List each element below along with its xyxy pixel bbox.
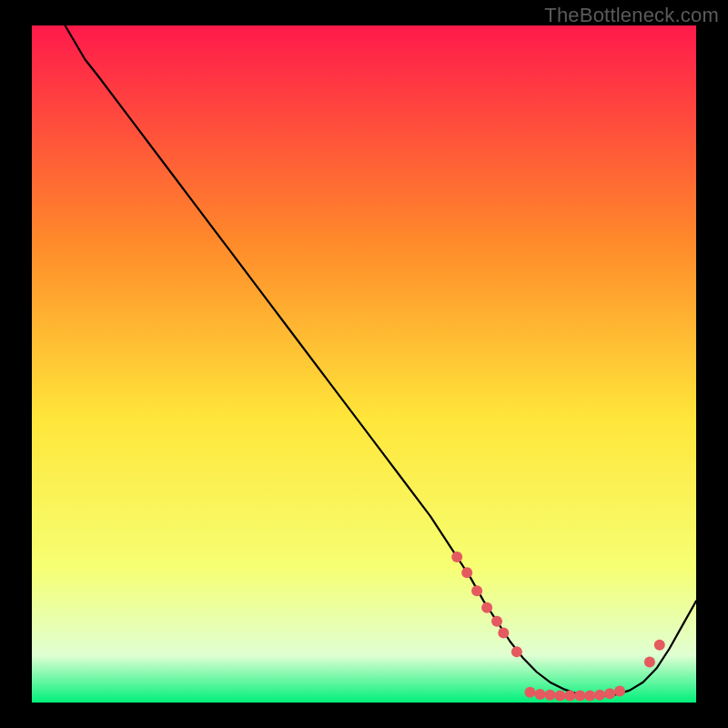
gradient-background [32, 25, 696, 703]
data-marker [604, 688, 615, 699]
data-marker [511, 646, 522, 657]
data-marker [498, 627, 509, 638]
data-marker [461, 567, 472, 578]
watermark-text: TheBottleneck.com [544, 4, 719, 27]
data-marker [451, 551, 462, 562]
data-marker [574, 691, 585, 702]
data-marker [471, 585, 482, 596]
data-marker [481, 602, 492, 613]
data-marker [535, 689, 546, 700]
chart-container: { "watermark": "TheBottleneck.com", "col… [0, 0, 728, 728]
data-marker [644, 656, 655, 667]
data-marker [584, 691, 595, 702]
data-marker [614, 685, 625, 696]
data-marker [654, 640, 665, 651]
data-marker [491, 616, 502, 627]
chart-svg [32, 25, 696, 703]
data-marker [564, 691, 575, 702]
data-marker [525, 687, 536, 698]
data-marker [594, 690, 605, 701]
plot-area [32, 25, 696, 703]
data-marker [554, 691, 565, 702]
data-marker [544, 690, 555, 701]
